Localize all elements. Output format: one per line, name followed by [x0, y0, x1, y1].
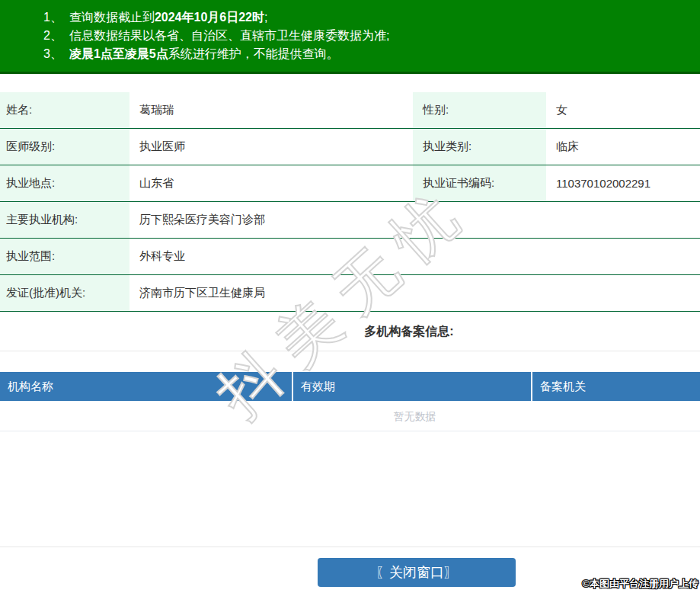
notice-line-2: 2、信息数据结果以各省、自治区、直辖市卫生健康委数据为准;	[43, 27, 692, 45]
table-row-main-institution: 主要执业机构: 历下熙朵医疗美容门诊部	[0, 202, 700, 239]
notice-banner: 1、查询数据截止到2024年10月6日22时; 2、信息数据结果以各省、自治区、…	[0, 0, 700, 74]
multi-org-section-heading: 多机构备案信息:	[0, 312, 700, 351]
certificate-number-label: 执业证书编码:	[413, 165, 546, 201]
table-row-issuing-authority: 发证(批准)机关: 济南市历下区卫生健康局	[0, 275, 700, 312]
practitioner-query-page: 1、查询数据截止到2024年10月6日22时; 2、信息数据结果以各省、自治区、…	[0, 0, 700, 593]
practice-location-label: 执业地点:	[0, 165, 129, 201]
name-label: 姓名:	[0, 92, 129, 128]
name-value: 葛瑞瑞	[129, 92, 413, 128]
doctor-info-table: 姓名: 葛瑞瑞 性别: 女 医师级别: 执业医师 执业类别: 临床 执业地点: …	[0, 92, 700, 312]
multi-org-table-header: 机构名称 有效期 备案机关	[0, 372, 700, 401]
table-row-location-certificate: 执业地点: 山东省 执业证书编码: 110370102002291	[0, 165, 700, 202]
notice-text: 信息数据结果以各省、自治区、直辖市卫生健康委数据为准;	[69, 29, 389, 42]
column-header-filing-authority: 备案机关	[532, 372, 700, 401]
certificate-number-value: 110370102002291	[546, 165, 700, 201]
practice-scope-value: 外科专业	[129, 239, 700, 274]
spacer	[0, 74, 700, 92]
main-institution-value: 历下熙朵医疗美容门诊部	[129, 202, 700, 238]
close-window-button[interactable]: 〖关闭窗口〗	[318, 558, 516, 587]
issuing-authority-value: 济南市历下区卫生健康局	[129, 275, 700, 311]
notice-text: 系统进行维护，不能提供查询。	[168, 47, 339, 60]
notice-text-bold: 凌晨1点至凌晨5点	[69, 47, 168, 60]
practice-category-label: 执业类别:	[413, 129, 546, 165]
practice-location-value: 山东省	[129, 165, 413, 201]
column-header-institution-name: 机构名称	[0, 372, 292, 401]
practice-scope-label: 执业范围:	[0, 239, 129, 274]
notice-line-1: 1、查询数据截止到2024年10月6日22时;	[43, 8, 692, 27]
spacer	[0, 351, 700, 372]
gender-label: 性别:	[413, 92, 546, 128]
practice-category-value: 临床	[546, 129, 700, 165]
doctor-level-value: 执业医师	[129, 129, 413, 165]
issuing-authority-label: 发证(批准)机关:	[0, 275, 129, 311]
notice-number: 3、	[43, 47, 62, 60]
table-row-name-gender: 姓名: 葛瑞瑞 性别: 女	[0, 92, 700, 129]
gender-value: 女	[546, 92, 700, 128]
notice-number: 2、	[43, 29, 62, 42]
empty-data-placeholder: 暂无数据	[0, 401, 700, 431]
attribution-watermark: ©本图由平台注册用户上传	[582, 577, 698, 591]
doctor-level-label: 医师级别:	[0, 129, 129, 165]
notice-text: ;	[264, 11, 267, 24]
main-institution-label: 主要执业机构:	[0, 202, 129, 238]
spacer	[0, 431, 700, 547]
notice-text: 查询数据截止到	[69, 11, 155, 24]
notice-text-bold: 2024年10月6日22时	[155, 11, 264, 24]
table-row-practice-scope: 执业范围: 外科专业	[0, 239, 700, 275]
column-header-validity-period: 有效期	[293, 372, 531, 401]
notice-number: 1、	[43, 11, 62, 24]
table-row-level-category: 医师级别: 执业医师 执业类别: 临床	[0, 129, 700, 165]
notice-line-3: 3、凌晨1点至凌晨5点系统进行维护，不能提供查询。	[43, 45, 692, 63]
